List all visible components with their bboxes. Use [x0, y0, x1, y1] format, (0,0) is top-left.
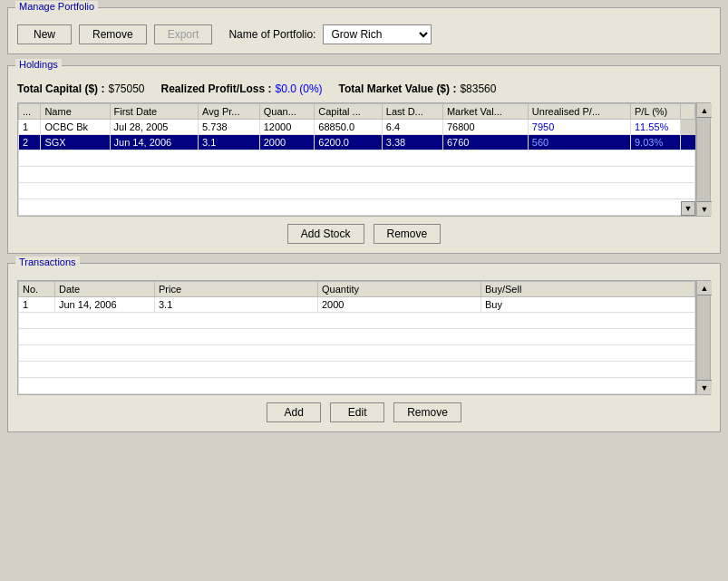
realized-pl-label: Realized Profit/Loss :	[161, 82, 272, 95]
trans-price: 3.1	[155, 297, 318, 313]
transactions-title: Transactions	[15, 257, 80, 267]
transactions-scrollbar[interactable]: ▲ ▼	[696, 280, 711, 395]
table-row[interactable]: 1 OCBC Bk Jul 28, 2005 5.738 12000 68850…	[19, 120, 695, 135]
row-market-val: 6760	[442, 135, 528, 150]
row-num: 1	[19, 120, 41, 135]
add-transaction-button[interactable]: Add	[267, 402, 321, 422]
col-pl-pct: P/L (%)	[631, 104, 681, 120]
holdings-scrollbar[interactable]: ▲ ▼	[696, 102, 711, 217]
table-row-empty	[19, 150, 695, 167]
portfolio-select[interactable]: Grow Rich	[323, 24, 432, 44]
transactions-buttons: Add Edit Remove	[17, 402, 711, 422]
row-pl-pct: 9.03%	[631, 135, 681, 150]
row-first-date: Jul 28, 2005	[110, 120, 199, 135]
table-row-empty	[19, 378, 695, 394]
trans-scroll-down[interactable]: ▼	[697, 380, 712, 394]
summary-row: Total Capital ($) : $75050 Realized Prof…	[17, 82, 711, 95]
row-num: 2	[19, 135, 41, 150]
row-capital: 68850.0	[315, 120, 383, 135]
trans-date: Jun 14, 2006	[55, 297, 155, 313]
holdings-header-row: ... Name First Date Avg Pr... Quan... Ca…	[19, 104, 695, 120]
col-avg-pr: Avg Pr...	[199, 104, 260, 120]
scroll-down-btn[interactable]: ▼	[681, 201, 695, 216]
table-row-empty	[19, 183, 695, 199]
main-container: Manage Portfolio New Remove Export Name …	[0, 0, 728, 581]
realized-pl-item: Realized Profit/Loss : $0.0 (0%)	[161, 82, 323, 95]
col-quan: Quan...	[259, 104, 315, 120]
col-scroll-header	[681, 104, 695, 120]
col-capital: Capital ...	[315, 104, 383, 120]
col-unrealised: Unrealised P/...	[528, 104, 630, 120]
col-market-val: Market Val...	[442, 104, 528, 120]
table-row-empty	[19, 362, 695, 378]
col-buy-sell: Buy/Sell	[481, 282, 695, 297]
new-button[interactable]: New	[17, 24, 72, 44]
remove-transaction-button[interactable]: Remove	[393, 402, 461, 422]
trans-scroll-up[interactable]: ▲	[697, 281, 712, 295]
manage-portfolio-row: New Remove Export Name of Portfolio: Gro…	[17, 24, 711, 44]
row-capital: 6200.0	[315, 135, 383, 150]
transactions-section: Transactions No. Date Price Quantity Buy…	[7, 263, 721, 432]
add-stock-button[interactable]: Add Stock	[287, 224, 364, 244]
transactions-table-container: No. Date Price Quantity Buy/Sell 1 Jun 1…	[17, 280, 696, 395]
col-name: Name	[41, 104, 110, 120]
trans-quantity: 2000	[318, 297, 481, 313]
portfolio-name-label: Name of Portfolio:	[228, 28, 315, 41]
market-value-item: Total Market Value ($) : $83560	[339, 82, 497, 95]
edit-transaction-button[interactable]: Edit	[330, 402, 384, 422]
scroll-up-arrow[interactable]: ▲	[697, 103, 712, 118]
holdings-table: ... Name First Date Avg Pr... Quan... Ca…	[18, 103, 695, 216]
col-no: No.	[19, 282, 55, 297]
table-row-empty	[19, 313, 695, 329]
col-date: Date	[55, 282, 155, 297]
total-capital-label: Total Capital ($) :	[17, 82, 104, 95]
col-price: Price	[155, 282, 318, 297]
manage-portfolio-section: Manage Portfolio New Remove Export Name …	[7, 7, 721, 54]
remove-stock-button[interactable]: Remove	[374, 224, 442, 244]
transactions-table: No. Date Price Quantity Buy/Sell 1 Jun 1…	[18, 281, 695, 394]
total-capital-item: Total Capital ($) : $75050	[17, 82, 145, 95]
table-row[interactable]: 1 Jun 14, 2006 3.1 2000 Buy	[19, 297, 695, 313]
col-dots: ...	[19, 104, 41, 120]
col-first-date: First Date	[110, 104, 199, 120]
trans-buy-sell: Buy	[481, 297, 695, 313]
table-row-empty	[19, 345, 695, 362]
market-value-label: Total Market Value ($) :	[339, 82, 457, 95]
row-last-d: 6.4	[382, 120, 442, 135]
realized-pl-value: $0.0 (0%)	[276, 82, 323, 95]
transactions-header-row: No. Date Price Quantity Buy/Sell	[19, 282, 695, 297]
remove-portfolio-button[interactable]: Remove	[79, 24, 147, 44]
row-scroll-spacer	[681, 135, 695, 150]
col-last-d: Last D...	[382, 104, 442, 120]
row-last-d: 3.38	[382, 135, 442, 150]
market-value-value: $83560	[460, 82, 496, 95]
scroll-down-arrow[interactable]: ▼	[697, 201, 712, 216]
trans-no: 1	[19, 297, 55, 313]
table-row[interactable]: 2 SGX Jun 14, 2006 3.1 2000 6200.0 3.38 …	[19, 135, 695, 150]
table-row-empty	[19, 329, 695, 345]
row-quan: 2000	[259, 135, 315, 150]
row-avg-pr: 3.1	[199, 135, 260, 150]
transactions-table-wrap: No. Date Price Quantity Buy/Sell 1 Jun 1…	[17, 280, 711, 395]
row-name: SGX	[41, 135, 110, 150]
table-row-empty	[19, 199, 695, 216]
portfolio-select-wrap: Grow Rich	[323, 24, 432, 44]
row-market-val: 76800	[442, 120, 528, 135]
row-unrealised: 7950	[528, 120, 630, 135]
table-row-empty	[19, 167, 695, 183]
row-unrealised: 560	[528, 135, 630, 150]
holdings-table-wrap: ... Name First Date Avg Pr... Quan... Ca…	[17, 102, 711, 217]
holdings-section: Holdings Total Capital ($) : $75050 Real…	[7, 65, 721, 254]
row-avg-pr: 5.738	[199, 120, 260, 135]
holdings-table-container: ... Name First Date Avg Pr... Quan... Ca…	[17, 102, 696, 217]
trans-scroll-track	[697, 295, 710, 380]
holdings-buttons: Add Stock Remove	[17, 224, 711, 244]
export-button[interactable]: Export	[154, 24, 213, 44]
manage-portfolio-title: Manage Portfolio	[15, 1, 98, 12]
row-quan: 12000	[259, 120, 315, 135]
holdings-title: Holdings	[15, 59, 62, 70]
row-first-date: Jun 14, 2006	[110, 135, 199, 150]
col-quantity: Quantity	[318, 282, 481, 297]
scroll-track	[697, 118, 710, 201]
row-pl-pct: 11.55%	[631, 120, 681, 135]
